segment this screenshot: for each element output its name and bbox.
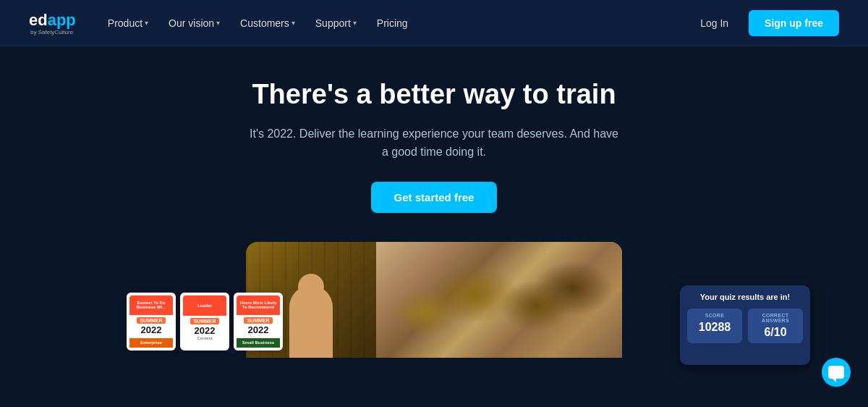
nav-right: Log In Sign up free [692, 10, 839, 36]
chevron-down-icon: ▾ [292, 19, 295, 27]
quiz-correct-label: CORRECT ANSWERS [751, 313, 800, 323]
badge-category-recommend: Small Business [237, 338, 280, 348]
logo-subtitle: by SafetyCulture [30, 30, 76, 35]
hero-subtitle: It's 2022. Deliver the learning experien… [246, 125, 622, 161]
chevron-down-icon: ▾ [353, 19, 357, 27]
badge-top-leader: Leader [183, 295, 226, 316]
hero-section: There's a better way to train It's 2022.… [0, 46, 868, 358]
badge-category-leader: Content [197, 336, 212, 340]
hero-title: There's a better way to train [252, 78, 616, 112]
badge-season-easiest: SUMMER [137, 317, 165, 324]
badge-season-recommend: SUMMER [244, 317, 272, 324]
quiz-stats: SCORE 10288 CORRECT ANSWERS 6/10 [687, 309, 803, 343]
get-started-button[interactable]: Get started free [371, 182, 498, 213]
navbar: ed app by SafetyCulture Product ▾ Our vi… [0, 0, 868, 46]
people-overlay [376, 242, 622, 358]
badge-year-leader: 2022 [195, 325, 216, 336]
chevron-down-icon: ▾ [216, 19, 220, 27]
badge-main-recommend: SUMMER 2022 [244, 315, 272, 337]
nav-links: Product ▾ Our vision ▾ Customers ▾ Suppo… [99, 12, 692, 35]
quiz-correct-value: 6/10 [764, 326, 786, 339]
badge-leader: Leader SUMMER 2022 Content [180, 293, 229, 351]
logo-app: app [48, 11, 76, 30]
chat-bubble-button[interactable] [822, 358, 851, 387]
preview-area: Easiest To Do Business Wi... SUMMER 2022… [0, 242, 868, 358]
badge-main-easiest: SUMMER 2022 [137, 315, 165, 337]
signup-button[interactable]: Sign up free [749, 10, 839, 36]
logo-ed: ed [29, 11, 48, 30]
nav-item-support[interactable]: Support ▾ [307, 12, 365, 35]
badge-recommend: Users Most Likely To Recommend SUMMER 20… [234, 293, 283, 351]
nav-item-pricing[interactable]: Pricing [368, 12, 417, 35]
badge-top-easiest: Easiest To Do Business Wi... [129, 295, 173, 315]
nav-item-customers[interactable]: Customers ▾ [231, 12, 304, 35]
chat-icon [828, 366, 844, 379]
badge-year-easiest: 2022 [141, 324, 162, 335]
logo[interactable]: ed app by SafetyCulture [29, 11, 76, 35]
nav-item-our-vision[interactable]: Our vision ▾ [160, 12, 229, 35]
quiz-results-card: Your quiz results are in! SCORE 10288 CO… [680, 285, 810, 365]
quiz-score-value: 10288 [699, 321, 731, 334]
preview-right-panel [376, 242, 622, 358]
badge-season-leader: SUMMER [190, 318, 218, 324]
badge-easiest: Easiest To Do Business Wi... SUMMER 2022… [127, 293, 176, 351]
badge-enterprise-easiest: Enterprise [129, 338, 173, 348]
person-body [289, 285, 333, 358]
quiz-card-title: Your quiz results are in! [687, 293, 803, 301]
badge-top-recommend: Users Most Likely To Recommend [237, 295, 280, 315]
quiz-score-label: SCORE [705, 313, 724, 318]
g2-badges: Easiest To Do Business Wi... SUMMER 2022… [127, 293, 283, 351]
login-button[interactable]: Log In [692, 12, 737, 35]
chevron-down-icon: ▾ [145, 19, 148, 27]
quiz-stat-score: SCORE 10288 [687, 309, 742, 343]
nav-item-product[interactable]: Product ▾ [99, 12, 157, 35]
badge-year-recommend: 2022 [248, 324, 269, 335]
preview-card [246, 242, 622, 358]
quiz-stat-correct: CORRECT ANSWERS 6/10 [748, 309, 803, 343]
badge-main-leader: SUMMER 2022 Content [190, 316, 218, 348]
